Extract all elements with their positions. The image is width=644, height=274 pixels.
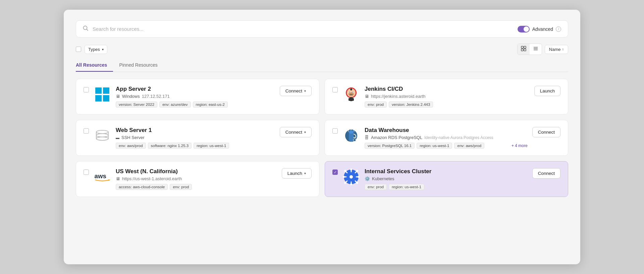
resource-card-web-server-1: Web Server 1 ▬ SSH Server env: aws/prod … bbox=[76, 120, 319, 156]
k8s-icon bbox=[342, 168, 360, 186]
card-subtitle: ▬ SSH Server bbox=[116, 135, 275, 140]
chevron-down-icon: ▾ bbox=[304, 172, 306, 175]
tab-pinned-resources[interactable]: Pinned Resources bbox=[119, 60, 163, 72]
card-tags: version: Server 2022 env: azure/dev regi… bbox=[116, 101, 275, 108]
ssh-label: SSH Server bbox=[121, 135, 145, 140]
card-subtitle: 🖥 https://jenkins.asteroid.earth bbox=[365, 94, 530, 99]
card-subtitle: ⚙️ Kubernetes bbox=[365, 176, 528, 181]
launch-button-us-west[interactable]: Launch ▾ bbox=[282, 168, 312, 179]
toggle-knob bbox=[524, 26, 529, 32]
tabs-row: All Resources Pinned Resources bbox=[76, 60, 568, 72]
card-checkbox-us-west[interactable] bbox=[84, 169, 89, 175]
tag: region: east-us-2 bbox=[193, 101, 228, 108]
tag: version: Server 2022 bbox=[116, 101, 157, 108]
sort-button[interactable]: Name ↑ bbox=[545, 45, 568, 54]
ip-address: 127.12.52.171 bbox=[142, 94, 170, 99]
tag: region: us-west-1 bbox=[417, 143, 452, 149]
aws-icon: aws bbox=[94, 168, 111, 186]
ssh-icon: ▬ bbox=[116, 136, 119, 140]
card-checkbox-data-warehouse[interactable] bbox=[332, 128, 338, 134]
resource-card-data-warehouse: Data Warehouse 🗄 Amazon RDS PostgreSQL I… bbox=[325, 120, 568, 156]
card-action: Connect bbox=[532, 168, 560, 179]
svg-point-50 bbox=[356, 182, 358, 184]
sort-asc-icon: ↑ bbox=[562, 47, 564, 51]
card-action: Launch bbox=[534, 86, 560, 96]
db-type: Amazon RDS PostgreSQL bbox=[371, 135, 422, 140]
types-button[interactable]: Types ▾ bbox=[85, 45, 107, 54]
resource-card-us-west: aws US West (N. California) 🖥 https://us… bbox=[76, 161, 319, 197]
card-checkbox-jenkins[interactable] bbox=[332, 87, 338, 92]
jenkins-url: https://jenkins.asteroid.earth bbox=[371, 94, 426, 99]
card-action: Connect ▾ bbox=[280, 127, 312, 137]
app-window: Search for resources... Advanced i Types… bbox=[64, 10, 580, 264]
svg-point-19 bbox=[353, 92, 353, 92]
tab-all-resources[interactable]: All Resources bbox=[76, 60, 113, 72]
info-icon[interactable]: i bbox=[556, 26, 561, 32]
svg-rect-3 bbox=[524, 46, 526, 48]
svg-point-51 bbox=[356, 170, 358, 172]
postgres-icon bbox=[342, 127, 360, 144]
windows-icon bbox=[94, 86, 111, 103]
card-subtitle: 🖥 Windows 127.12.52.171 bbox=[116, 94, 275, 99]
connect-button-internal-services[interactable]: Connect bbox=[532, 168, 560, 179]
card-title: US West (N. California) bbox=[116, 168, 277, 175]
svg-rect-10 bbox=[103, 87, 109, 94]
tag: region: us-west-1 bbox=[194, 143, 229, 149]
connect-button-web-server-1[interactable]: Connect ▾ bbox=[280, 127, 312, 137]
card-subtitle: 🖥 https://us-west-1.asteroid.earth bbox=[116, 176, 277, 181]
card-content-app-server-2: App Server 2 🖥 Windows 127.12.52.171 ver… bbox=[116, 86, 275, 108]
tag: env: prod bbox=[365, 101, 387, 108]
webserver-icon bbox=[94, 127, 111, 144]
db-description: Identity-native Aurora Postgres Access bbox=[424, 135, 493, 140]
svg-rect-11 bbox=[95, 95, 102, 101]
svg-rect-2 bbox=[521, 46, 523, 48]
svg-text:aws: aws bbox=[95, 173, 106, 180]
card-checkbox-app-server-2[interactable] bbox=[84, 87, 89, 92]
card-tags: env: prod version: Jenkins 2.443 bbox=[365, 101, 530, 108]
card-checkbox-internal-services[interactable] bbox=[332, 169, 338, 175]
card-tags: version: PostgreSQL 16.1 region: us-west… bbox=[365, 143, 528, 149]
advanced-toggle-switch[interactable] bbox=[518, 26, 530, 32]
tag: software: nginx 1.25.3 bbox=[148, 143, 192, 149]
card-content-web-server-1: Web Server 1 ▬ SSH Server env: aws/prod … bbox=[116, 127, 275, 149]
resource-card-app-server-2: App Server 2 🖥 Windows 127.12.52.171 ver… bbox=[76, 79, 319, 115]
svg-point-26 bbox=[96, 137, 108, 140]
toolbar-right: Name ↑ bbox=[517, 44, 568, 55]
svg-point-25 bbox=[96, 134, 108, 137]
monitor-icon: 🖥 bbox=[116, 94, 120, 99]
k8s-subtitle-icon: ⚙️ bbox=[365, 176, 370, 181]
grid-view-button[interactable] bbox=[518, 44, 530, 55]
card-content-jenkins: Jenkins CI/CD 🖥 https://jenkins.asteroid… bbox=[365, 86, 530, 108]
list-view-button[interactable] bbox=[530, 44, 542, 55]
svg-point-45 bbox=[350, 168, 352, 170]
search-input[interactable]: Search for resources... bbox=[93, 26, 514, 32]
svg-point-18 bbox=[349, 92, 350, 92]
card-content-internal-services: Internal Services Cluster ⚙️ Kubernetes … bbox=[365, 168, 528, 190]
card-checkbox-web-server-1[interactable] bbox=[84, 128, 89, 134]
view-toggle bbox=[517, 44, 542, 55]
card-action: Launch ▾ bbox=[282, 168, 312, 179]
tag: access: aws-cloud-console bbox=[116, 184, 168, 190]
svg-rect-23 bbox=[352, 98, 354, 101]
more-tags-link[interactable]: + 4 more bbox=[512, 143, 528, 148]
tag: version: Jenkins 2.443 bbox=[389, 101, 433, 108]
svg-rect-4 bbox=[521, 49, 523, 51]
svg-rect-5 bbox=[524, 49, 526, 51]
db-icon: 🗄 bbox=[365, 135, 369, 140]
card-tags: access: aws-cloud-console env: prod bbox=[116, 184, 277, 190]
select-all-checkbox[interactable] bbox=[76, 47, 81, 52]
svg-rect-20 bbox=[350, 88, 352, 90]
connect-button-data-warehouse[interactable]: Connect bbox=[532, 127, 560, 137]
launch-button-jenkins[interactable]: Launch bbox=[534, 86, 560, 96]
resources-grid: App Server 2 🖥 Windows 127.12.52.171 ver… bbox=[76, 79, 568, 197]
card-title: Web Server 1 bbox=[116, 127, 275, 134]
svg-point-47 bbox=[343, 176, 345, 178]
chevron-down-icon: ▾ bbox=[102, 48, 104, 51]
tag: env: prod bbox=[365, 184, 387, 190]
connect-button-app-server-2[interactable]: Connect ▾ bbox=[280, 86, 312, 96]
us-west-url: https://us-west-1.asteroid.earth bbox=[122, 176, 182, 181]
os-label: Windows bbox=[122, 94, 140, 99]
card-tags: env: aws/prod software: nginx 1.25.3 reg… bbox=[116, 143, 275, 149]
card-title: App Server 2 bbox=[116, 86, 275, 92]
svg-point-32 bbox=[353, 139, 356, 141]
